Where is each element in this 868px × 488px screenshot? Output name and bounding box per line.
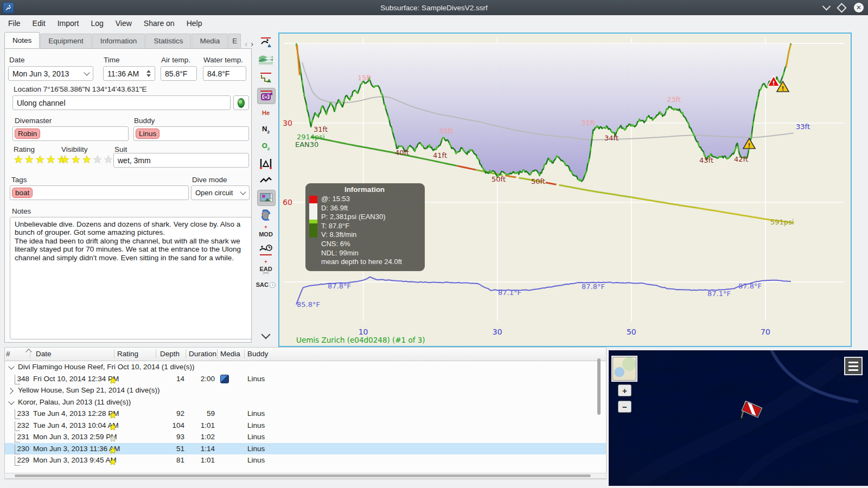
trip-row[interactable]: Koror, Palau, Jun 2013 (11 dive(s)): [5, 396, 606, 408]
dive-row[interactable]: 231Mon Jun 3, 2013 2:59 PM★★★★★931:02Lin…: [5, 431, 606, 443]
mod-icon[interactable]: +MOD: [257, 225, 275, 240]
ead-icon[interactable]: +EAD(•••): [257, 260, 275, 275]
sort-indicator-icon[interactable]: [25, 349, 31, 355]
dive-number: 233: [10, 409, 29, 418]
ocean-texture: [609, 350, 868, 486]
sac-icon[interactable]: SAC🕓: [257, 277, 275, 292]
spinner-arrows-icon[interactable]: [146, 70, 151, 77]
calculated-ceiling-icon[interactable]: [257, 70, 275, 86]
dive-duration: 1:14: [184, 445, 215, 453]
divemaster-input[interactable]: Robin: [12, 126, 129, 141]
horizontal-scrollbar[interactable]: [4, 473, 607, 479]
info-box-rows: @: 15:53D: 36.9ftP: 2,381psi (EAN30)T: 8…: [321, 195, 402, 267]
col-duration[interactable]: Duration: [189, 350, 216, 358]
menu-view[interactable]: View: [110, 16, 138, 30]
profile-annotation: 31ft: [581, 119, 595, 127]
dive-list: #DateRatingDepthDurationMediaBuddy Divi …: [4, 347, 607, 479]
heartrate-icon[interactable]: [257, 172, 275, 188]
dive-depth: 92: [157, 409, 184, 418]
minimap[interactable]: [612, 357, 636, 381]
notes-textarea[interactable]: Unbelievable dive. Dozens and dozens of …: [10, 217, 252, 339]
date-dropdown[interactable]: Mon Jun 3, 2013: [8, 66, 93, 81]
dive-map[interactable]: + −: [609, 350, 868, 486]
tags-input[interactable]: boat: [10, 185, 189, 200]
globe-button[interactable]: [233, 95, 249, 110]
tag-chip[interactable]: boat: [12, 188, 33, 198]
vertical-scrollbar[interactable]: [597, 358, 601, 415]
nitrogen-graph-icon[interactable]: N2: [257, 122, 275, 137]
scrollbar-thumb[interactable]: [15, 474, 591, 477]
dive-row[interactable]: 229Mon Jun 3, 2013 9:45 AM★★★★★811:01Lin…: [5, 454, 606, 466]
col-buddy[interactable]: Buddy: [247, 350, 268, 358]
helium-graph-icon[interactable]: He: [257, 105, 275, 120]
watertemp-field[interactable]: 84.8°F: [203, 66, 246, 81]
menu-import[interactable]: Import: [52, 16, 85, 30]
profile-annotation: 87.8°F: [328, 282, 351, 290]
dc-ceiling-icon[interactable]: [257, 35, 275, 50]
divemode-select[interactable]: Open circuit: [191, 185, 250, 200]
ceiling-shades-icon[interactable]: [257, 52, 275, 67]
zoom-in-button[interactable]: +: [618, 384, 631, 396]
time-spinner[interactable]: 11:36 AM: [103, 66, 155, 81]
col-depth[interactable]: Depth: [160, 350, 180, 358]
tab-e[interactable]: E: [228, 34, 241, 48]
time-label: Time: [104, 56, 120, 64]
col-date[interactable]: Date: [36, 350, 52, 358]
dive-row[interactable]: 232Tue Jun 4, 2013 10:04 AM★★★★★1041:01L…: [5, 420, 606, 432]
tree-caret-icon[interactable]: [8, 363, 14, 369]
dive-row[interactable]: 348Fri Oct 10, 2014 12:34 PM★★★★★142:00L…: [5, 373, 606, 385]
dive-depth: 51: [157, 445, 184, 453]
col-number[interactable]: #: [6, 350, 10, 358]
media-icon[interactable]: [220, 375, 229, 383]
menu-share-on[interactable]: Share on: [138, 16, 181, 30]
tab-equipment[interactable]: Equipment: [40, 34, 92, 48]
dive-row[interactable]: 233Tue Jun 4, 2013 12:28 PM★★★★★9259Linu…: [5, 408, 606, 420]
col-rating[interactable]: Rating: [117, 350, 138, 358]
close-icon[interactable]: ✕: [854, 3, 864, 12]
ndl-icon[interactable]: [257, 242, 275, 258]
maximize-icon[interactable]: [837, 3, 846, 12]
profile-annotation: 40ft: [395, 149, 409, 157]
col-media[interactable]: Media: [220, 350, 240, 358]
dive-date: Tue Jun 4, 2013 10:04 AM: [33, 421, 119, 429]
trip-row[interactable]: Yellow House, Sun Sep 21, 2014 (1 dive(s…: [5, 384, 606, 396]
menu-edit[interactable]: Edit: [27, 16, 52, 30]
divemaster-label: Divemaster: [15, 117, 52, 125]
profile-toolbar: HeN2O2+MOD+EAD(•••)SAC🕓: [256, 34, 277, 345]
suit-input[interactable]: wet, 3mm: [113, 153, 249, 168]
tab-information[interactable]: Information: [92, 34, 145, 48]
tab-notes[interactable]: Notes: [4, 32, 40, 48]
menu-file[interactable]: File: [2, 16, 27, 30]
buddy-chip[interactable]: Linus: [136, 129, 159, 139]
dive-list-header[interactable]: #DateRatingDepthDurationMediaBuddy: [5, 348, 606, 361]
minimize-icon[interactable]: [822, 2, 831, 10]
trip-row[interactable]: Divi Flamingo House Reef, Fri Oct 10, 20…: [5, 361, 606, 373]
dive-number: 348: [10, 375, 29, 383]
tab-statistics[interactable]: Statistics: [145, 34, 191, 48]
setpoint-icon[interactable]: [257, 88, 276, 104]
zoom-out-button[interactable]: −: [618, 401, 631, 413]
buddy-input[interactable]: Linus: [133, 126, 249, 141]
oxygen-graph-icon[interactable]: O2: [257, 139, 275, 154]
tab-scroll-left-icon[interactable]: ‹: [245, 39, 251, 48]
ruler-icon[interactable]: [257, 156, 275, 171]
tree-caret-icon[interactable]: [7, 388, 13, 394]
dive-computer-icon[interactable]: [257, 208, 275, 223]
dive-row[interactable]: 230Mon Jun 3, 2013 11:36 AM★★★★★511:14Li…: [5, 443, 606, 455]
tab-bar: NotesEquipmentInformationStatisticsMedia…: [4, 33, 252, 48]
tab-media[interactable]: Media: [192, 34, 228, 48]
airtemp-field[interactable]: 85.8°F: [161, 66, 197, 81]
visibility-stars[interactable]: ★★★★★: [60, 153, 114, 166]
divemaster-chip[interactable]: Robin: [15, 129, 40, 139]
tree-caret-icon[interactable]: [8, 399, 14, 404]
map-menu-icon[interactable]: [844, 357, 863, 375]
collapse-chevron-icon[interactable]: [257, 328, 275, 343]
photos-icon[interactable]: [257, 190, 276, 206]
notes-label: Notes: [12, 207, 31, 215]
dive-profile-chart[interactable]: 30601030507031ft40ft41ft50ft50ft34ft43ft…: [278, 33, 852, 347]
rating-stars[interactable]: ★★★★★: [14, 153, 68, 166]
dive-flag-marker[interactable]: [739, 400, 765, 426]
menu-log[interactable]: Log: [85, 16, 109, 30]
location-input[interactable]: Ulong channel: [12, 95, 231, 110]
menu-help[interactable]: Help: [181, 16, 208, 30]
